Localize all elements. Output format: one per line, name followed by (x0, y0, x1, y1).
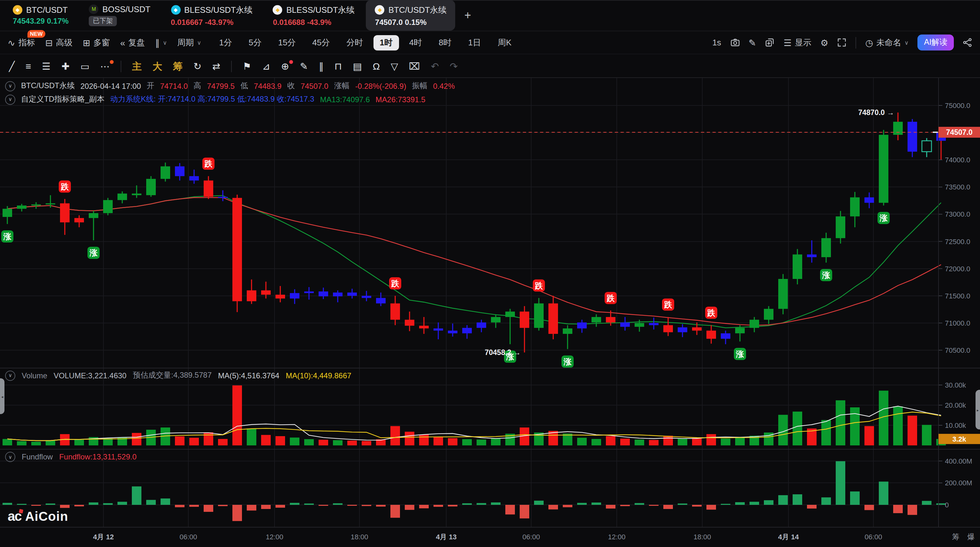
tab-btc-usdt[interactable]: ◆BTC/USDT74543.29 0.17% (4, 0, 78, 31)
period-dropdown[interactable]: 周期∨ (177, 37, 201, 48)
period-1日[interactable]: 1日 (462, 35, 487, 50)
svg-text:跌: 跌 (204, 159, 213, 168)
info-segment: 74714.0 (160, 81, 188, 91)
toolbar-divider (121, 61, 121, 72)
corner-tool-label[interactable]: 爆 (967, 533, 975, 541)
fib-lines-tool[interactable]: ≡ (25, 61, 31, 71)
countdown-label[interactable]: 1s (713, 38, 721, 47)
settings-icon: ⚙ (820, 37, 828, 48)
fundflow-series (3, 461, 946, 521)
svg-text:75000.0: 75000.0 (945, 102, 970, 110)
ai-analysis-button-chip: AI解读 (918, 35, 954, 51)
svg-text:73500.0: 73500.0 (945, 183, 970, 191)
redo-icon: ↷ (450, 61, 458, 71)
left-panel-handle[interactable]: ◂ (0, 378, 5, 414)
ruler-icon[interactable]: ⊿ (262, 61, 270, 71)
axes[interactable]: 75000.074500.074000.073500.073000.072500… (0, 78, 980, 541)
trendline-tool[interactable]: ╱ (9, 61, 15, 71)
collapse-indicator-button[interactable]: ∨ (5, 94, 15, 104)
settings-icon[interactable]: ⚙ (820, 37, 828, 48)
indicator-button[interactable]: ∿指标NEW (8, 37, 35, 48)
toolbar-left-group: ∿指标NEW⊟高级⊞多窗«复盘∥∨周期∨ (8, 37, 201, 48)
parallel-lines-tool[interactable]: ☰ (42, 61, 51, 71)
svg-text:涨: 涨 (3, 232, 12, 241)
info-segment: VOLUME:3,221.4630 (54, 371, 126, 380)
delete-icon[interactable]: ⌧ (409, 61, 420, 71)
chevron-down-icon: ∨ (197, 39, 201, 46)
info-segment: Fundflow (22, 453, 52, 461)
info-segment: 低 (240, 81, 248, 91)
display-toggle[interactable]: ☰显示 (784, 37, 811, 48)
magnet-icon[interactable]: Ω (373, 61, 380, 71)
svg-text:跌: 跌 (535, 281, 543, 290)
period-周K[interactable]: 周K (491, 35, 518, 50)
collapse-volume-pane-button[interactable]: ∨ (5, 370, 15, 381)
tab-btc-usdt-perp[interactable]: ◆BTC/USDT永续74507.0 0.15% (366, 0, 455, 31)
zoom-in-icon[interactable]: ⊕ (281, 61, 289, 71)
svg-text:跌: 跌 (60, 182, 69, 191)
advanced-button[interactable]: ⊟高级 (45, 37, 72, 48)
info-segment: 动力系统K线: 开:74714.0 高:74799.5 低:74483.9 收:… (110, 94, 314, 105)
enlarge-button[interactable]: 大 (153, 61, 162, 71)
add-frame-icon[interactable] (765, 38, 775, 47)
kline-style-icon[interactable]: ∥ (319, 61, 324, 71)
collapse-fundflow-pane-button[interactable]: ∨ (5, 452, 15, 462)
workspace-selector[interactable]: ◷未命名∨ (865, 37, 909, 48)
info-segment: MA26:73391.5 (376, 95, 426, 104)
svg-text:涨: 涨 (880, 214, 888, 222)
ai-analysis-button[interactable]: AI解读 (918, 35, 954, 51)
fullscreen-icon (837, 38, 847, 47)
lock-icon[interactable]: ⊓ (334, 61, 342, 71)
cross-tool[interactable]: ✚ (62, 61, 70, 71)
period-5分[interactable]: 5分 (242, 35, 268, 50)
period-45分[interactable]: 45分 (306, 35, 336, 50)
tab-price-label: 0.016667 -43.97% (171, 18, 253, 27)
price-annotation: 74870.0 → (858, 108, 894, 116)
info-segment: 74507.0 (301, 81, 328, 91)
fullscreen-icon[interactable] (837, 38, 847, 47)
add-tab-button[interactable]: + (465, 9, 471, 22)
rectangle-tool[interactable]: ▭ (80, 61, 89, 71)
tab-bless-usdt-perp-1[interactable]: ◆BLESS/USDT永续0.016667 -43.97% (162, 0, 261, 31)
main-chart-button[interactable]: 主 (132, 61, 142, 71)
right-panel-handle[interactable]: ▸ (975, 390, 980, 429)
svg-text:400.00M: 400.00M (945, 457, 972, 465)
edit-icon[interactable]: ✎ (749, 37, 756, 48)
replay-button-glyph: « (120, 37, 125, 48)
tab-bar: ◆BTC/USDT74543.29 0.17%MBOSS/USDT已下架◆BLE… (0, 0, 980, 31)
period-8时[interactable]: 8时 (432, 35, 458, 50)
period-4时[interactable]: 4时 (403, 35, 428, 50)
period-1分[interactable]: 1分 (213, 35, 238, 50)
brush-icon[interactable]: ✎ (300, 61, 308, 71)
corner-tool-label[interactable]: 筹 (952, 533, 959, 541)
bookmark-icon[interactable]: ⚑ (243, 61, 251, 71)
svg-text:70500.0: 70500.0 (945, 346, 970, 354)
period-分时[interactable]: 分时 (340, 35, 369, 50)
svg-text:200.00M: 200.00M (945, 479, 972, 487)
kline-edit-icon[interactable]: ↻ (193, 61, 201, 71)
candle-style-dropdown[interactable]: ∥∨ (155, 37, 167, 48)
multiwindow-button[interactable]: ⊞多窗 (83, 37, 110, 48)
period-15分[interactable]: 15分 (272, 35, 302, 50)
chart-area[interactable]: 涨跌涨跌跌涨跌涨跌跌跌涨涨涨74870.0 →70458.2 →75000.07… (0, 78, 980, 547)
tab-boss-usdt[interactable]: MBOSS/USDT已下架 (80, 0, 159, 31)
period-1时[interactable]: 1时 (373, 35, 399, 50)
replay-button[interactable]: «复盘 (120, 37, 145, 48)
info-segment: 2026-04-14 17:00 (80, 81, 141, 91)
order-note-icon[interactable]: ▤ (353, 61, 362, 71)
tab-bless-usdt-perp-2[interactable]: ◆BLESS/USDT永续0.016688 -43.9% (264, 0, 364, 31)
tab-symbol-label: BLESS/USDT永续 (286, 4, 355, 16)
info-segment: 开 (147, 81, 154, 91)
share-icon[interactable] (963, 38, 972, 47)
edit-icon: ✎ (749, 37, 756, 48)
info-segment: 自定义TD指标策略_副本 (21, 94, 104, 105)
trend-compare-icon[interactable]: ⇄ (212, 61, 220, 71)
filter-icon[interactable]: ▽ (391, 61, 398, 71)
camera-icon[interactable] (730, 38, 740, 47)
svg-text:涨: 涨 (822, 271, 830, 279)
chip-distribution-button[interactable]: 筹 (173, 61, 183, 71)
more-drawing-tools[interactable]: ⋯ (100, 61, 110, 71)
multiwindow-button-label: 多窗 (93, 37, 110, 48)
main-chart[interactable]: 涨跌涨跌跌涨跌涨跌跌跌涨涨涨74870.0 →70458.2 →75000.07… (0, 78, 980, 547)
collapse-main-pane-button[interactable]: ∨ (5, 81, 15, 91)
